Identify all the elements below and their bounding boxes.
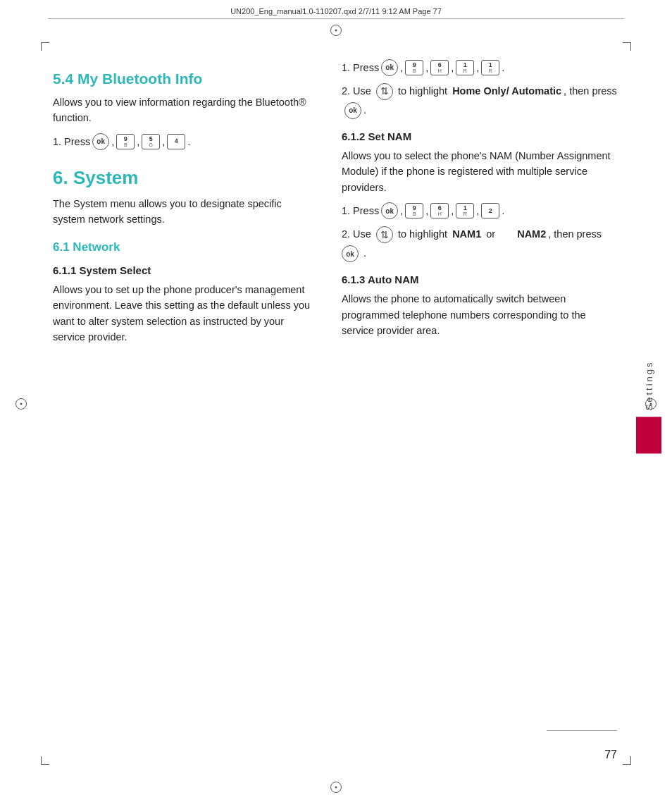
key-5g-1: 5 G <box>142 134 160 149</box>
section-6: 6. System The System menu allows you to … <box>53 167 313 228</box>
section-6-1-1: 6.1.1 System Select Allows you to set up… <box>53 264 313 345</box>
reg-mark-top <box>330 25 342 36</box>
r-key-nav-2: ⇅ <box>376 226 393 243</box>
nam-key-ok-2: ok <box>342 245 359 262</box>
left-column: 5.4 My Bluetooth Info Allows you to view… <box>53 56 328 751</box>
nam-step1: 1. Press ok , 9 B , 6 H , 1 R <box>342 202 619 219</box>
section-6-1-2: 6.1.2 Set NAM Allows you to select the p… <box>342 130 619 262</box>
section-5-4-title: 5.4 My Bluetooth Info <box>53 70 313 87</box>
section-6-1-1-body: Allows you to set up the phone producer'… <box>53 282 313 345</box>
reg-mark-bottom <box>330 782 342 793</box>
nam-bold1: NAM1 <box>452 226 481 242</box>
nam-bold2: NAM2 <box>517 226 546 242</box>
right-step2: 2. Use ⇅ to highlight Home Only/ Automat… <box>342 83 619 119</box>
r-key-ok-1: ok <box>381 59 398 76</box>
content-area: 5.4 My Bluetooth Info Allows you to view… <box>53 56 619 751</box>
nam-key-2: 2 <box>481 203 499 218</box>
page-number: 77 <box>604 749 617 761</box>
footer-divider <box>547 730 617 731</box>
section-5-4: 5.4 My Bluetooth Info Allows you to view… <box>53 70 313 150</box>
r-key-ok-2: ok <box>344 102 361 119</box>
nam-key-ok: ok <box>381 202 398 219</box>
key-4-1: 4 <box>167 134 185 149</box>
nam-key-6h: 6 H <box>430 203 449 218</box>
right-column: 1. Press ok , 9 B , 6 H , 1 R , <box>328 56 619 751</box>
reg-mark-left <box>15 398 27 409</box>
nam-key-9b: 9 B <box>405 203 423 218</box>
section-6-1-1-title: 6.1.1 System Select <box>53 264 313 276</box>
right-step1: 1. Press ok , 9 B , 6 H , 1 R , <box>342 59 619 76</box>
corner-mark-tr <box>623 42 631 51</box>
r-key-nav-1: ⇅ <box>376 83 393 100</box>
section-6-1-2-body: Allows you to select the phone's NAM (Nu… <box>342 148 619 195</box>
section-6-body: The System menu allows you to designate … <box>53 196 313 228</box>
page-wrapper: UN200_Eng_manual1.0-110207.qxd 2/7/11 9:… <box>0 0 672 807</box>
corner-mark-bl <box>41 756 49 765</box>
header-bar: UN200_Eng_manual1.0-110207.qxd 2/7/11 9:… <box>48 7 624 19</box>
key-ok-1: ok <box>92 133 109 150</box>
section-6-1-3: 6.1.3 Auto NAM Allows the phone to autom… <box>342 273 619 338</box>
settings-color-bar <box>636 417 661 454</box>
step1-prefix: 1. Press <box>53 134 90 149</box>
corner-mark-tl <box>41 42 49 51</box>
r-key-1r-1: 1 R <box>456 60 474 75</box>
section-5-4-body: Allows you to view information regarding… <box>53 94 313 126</box>
section-6-1: 6.1 Network 6.1.1 System Select Allows y… <box>53 240 313 345</box>
nam-key-1r: 1 R <box>456 203 474 218</box>
section-6-title: 6. System <box>53 167 313 189</box>
r-key-6h: 6 H <box>430 60 449 75</box>
r-key-1r-2: 1 R <box>481 60 499 75</box>
section-6-1-title: 6.1 Network <box>53 240 313 254</box>
section-5-4-step1: 1. Press ok , 9 B , 5 G , 4 <box>53 133 313 150</box>
r-step2-bold: Home Only/ Automatic <box>452 83 561 99</box>
corner-mark-br <box>623 756 631 765</box>
nam-step1-prefix: 1. Press <box>342 203 379 218</box>
header-text: UN200_Eng_manual1.0-110207.qxd 2/7/11 9:… <box>230 7 442 16</box>
nam-step2: 2. Use ⇅ to highlight NAM1 or NAM2 , the… <box>342 226 619 262</box>
nam-step2-prefix: 2. Use <box>342 226 374 242</box>
section-6-1-3-title: 6.1.3 Auto NAM <box>342 273 619 285</box>
r-key-9b: 9 B <box>405 60 423 75</box>
section-6-1-2-title: 6.1.2 Set NAM <box>342 130 619 142</box>
key-9b-1: 9 B <box>116 134 135 149</box>
settings-label: Settings <box>641 353 657 417</box>
r-step1-prefix: 1. Press <box>342 60 379 75</box>
r-step2-prefix: 2. Use <box>342 83 374 99</box>
section-6-1-3-body: Allows the phone to automatically switch… <box>342 291 619 338</box>
settings-sidebar: Settings <box>636 353 661 454</box>
